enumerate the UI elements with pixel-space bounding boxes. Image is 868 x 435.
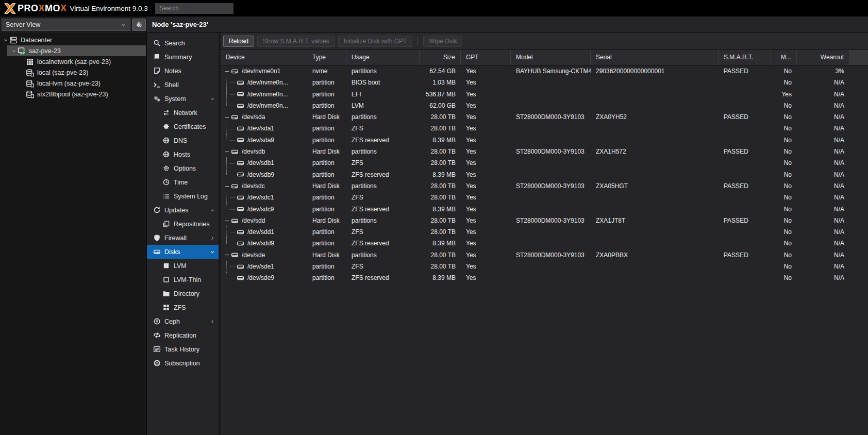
nav-item-time[interactable]: Time — [147, 175, 219, 189]
table-row[interactable]: /dev/sda1partitionZFS28.00 TBYesNoN/A — [221, 123, 868, 134]
table-row[interactable]: /dev/sdc1partitionZFS28.00 TBYesNoN/A — [221, 192, 868, 203]
nav-item-notes[interactable]: Notes — [147, 64, 219, 78]
nav-item-directory[interactable]: Directory — [147, 287, 219, 300]
nav-item-options[interactable]: Options — [147, 161, 219, 175]
nav-item-search[interactable]: Search — [147, 36, 219, 50]
nav-item-repositories[interactable]: Repositories — [147, 217, 219, 231]
cell-size: 536.87 MB — [420, 89, 461, 100]
table-row[interactable]: /dev/nvme0n...partitionBIOS boot1.03 MBY… — [221, 77, 868, 88]
cell-mounted: No — [771, 135, 797, 146]
cell-wearout: N/A — [797, 272, 849, 283]
column-header-wearout[interactable]: Wearout — [797, 50, 849, 65]
column-header-serial[interactable]: Serial — [591, 50, 719, 65]
nav-item-zfs[interactable]: ZFS — [147, 300, 219, 314]
nav-item-system[interactable]: System — [147, 92, 219, 106]
expand-caret-icon[interactable] — [10, 48, 18, 54]
device-name: /dev/sdc — [242, 180, 265, 192]
nav-item-firewall[interactable]: Firewall — [147, 231, 219, 245]
nav-item-system-log[interactable]: System Log — [147, 189, 219, 203]
table-row[interactable]: /dev/sdaHard Diskpartitions28.00 TBYesST… — [221, 111, 868, 123]
table-row[interactable]: /dev/sde9partitionZFS reserved8.39 MBYes… — [221, 272, 868, 283]
initialize-disk-with-gpt-button[interactable]: Initialize Disk with GPT — [338, 36, 413, 47]
nav-item-summary[interactable]: Summary — [147, 50, 219, 64]
collapse-toggle[interactable] — [224, 218, 230, 224]
cell-size: 28.00 TB — [420, 180, 461, 192]
tree-item-saz-pve-23[interactable]: saz-pve-23 — [0, 45, 146, 56]
column-header-gpt[interactable]: GPT — [461, 50, 511, 65]
table-row[interactable]: /dev/sda9partitionZFS reserved8.39 MBYes… — [221, 135, 868, 146]
collapse-toggle[interactable] — [224, 69, 230, 74]
table-row[interactable]: /dev/sddHard Diskpartitions28.00 TBYesST… — [221, 215, 868, 226]
nav-item-dns[interactable]: DNS — [147, 133, 219, 147]
nav-item-ceph[interactable]: Ceph — [147, 314, 219, 328]
nav-item-disks[interactable]: Disks — [147, 245, 219, 259]
nav-item-lvm-thin[interactable]: LVM-Thin — [147, 273, 219, 287]
column-header-smart[interactable]: S.M.A.R.T. — [719, 50, 771, 65]
column-header-type[interactable]: Type — [307, 50, 346, 65]
cell-usage: partitions — [346, 180, 420, 192]
collapse-toggle[interactable] — [224, 183, 230, 189]
cell-usage: EFI — [346, 89, 420, 100]
nav-item-network[interactable]: Network — [147, 106, 219, 120]
global-search-input[interactable] — [155, 3, 233, 14]
nav-item-replication[interactable]: Replication — [147, 328, 219, 342]
table-row[interactable]: /dev/sdb9partitionZFS reserved8.39 MBYes… — [221, 169, 868, 180]
collapse-toggle[interactable] — [224, 252, 230, 258]
device-name: /dev/nvme0n... — [247, 100, 288, 111]
tree-item-local-lvm-saz-pve-23[interactable]: local-lvm (saz-pve-23) — [0, 78, 146, 89]
tree-item-local-saz-pve-23[interactable]: local (saz-pve-23) — [0, 67, 146, 78]
cell-serial — [591, 204, 719, 215]
cell-wearout: N/A — [797, 204, 849, 215]
book-icon — [153, 53, 161, 61]
table-row[interactable]: /dev/sdbHard Diskpartitions28.00 TBYesST… — [221, 146, 868, 157]
nav-item-updates[interactable]: Updates — [147, 203, 219, 217]
tree-item-datacenter[interactable]: Datacenter — [0, 35, 146, 45]
tree-item-localnetwork-saz-pve-23[interactable]: localnetwork (saz-pve-23) — [0, 56, 146, 67]
reload-button[interactable]: Reload — [223, 36, 254, 47]
table-row[interactable]: /dev/sdd9partitionZFS reserved8.39 MBYes… — [221, 238, 868, 249]
table-row[interactable]: /dev/sdcHard Diskpartitions28.00 TBYesST… — [221, 180, 868, 192]
nav-item-subscription[interactable]: Subscription — [147, 356, 219, 370]
column-header-device[interactable]: Device — [221, 50, 307, 65]
nav-item-lvm[interactable]: LVM — [147, 259, 219, 273]
cell-device: /dev/sdb9 — [221, 169, 307, 180]
column-header-usage[interactable]: Usage — [346, 50, 420, 65]
tree-item-stx28tbpool-saz-pve-23[interactable]: stx28tbpool (saz-pve-23) — [0, 89, 146, 99]
tree-toolbar: Server View — [0, 16, 147, 33]
table-row[interactable]: /dev/nvme0n1nvmepartitions62.54 GBYesBAY… — [221, 65, 868, 77]
column-header-mounted[interactable]: M... — [771, 50, 797, 65]
column-header-model[interactable]: Model — [511, 50, 591, 65]
show-s-m-a-r-t-values-button[interactable]: Show S.M.A.R.T. values — [257, 36, 335, 47]
hdd-icon — [231, 148, 239, 156]
nav-item-shell[interactable]: Shell — [147, 78, 219, 92]
tree-guide — [224, 135, 230, 146]
table-row[interactable]: /dev/sdeHard Diskpartitions28.00 TBYesST… — [221, 249, 868, 261]
expand-caret-icon[interactable] — [2, 38, 9, 43]
nav-item-hosts[interactable]: Hosts — [147, 147, 219, 161]
nav-item-certificates[interactable]: Certificates — [147, 120, 219, 133]
table-row[interactable]: /dev/sdd1partitionZFS28.00 TBYesNoN/A — [221, 226, 868, 238]
table-row[interactable]: /dev/nvme0n...partitionEFI536.87 MBYesYe… — [221, 89, 868, 100]
nav-item-label: LVM-Thin — [174, 276, 201, 283]
column-header-size[interactable]: Size — [420, 50, 461, 65]
tree-guide — [224, 192, 230, 203]
nav-item-task-history[interactable]: Task History — [147, 342, 219, 356]
tree-settings-button[interactable] — [132, 19, 146, 31]
collapse-toggle[interactable] — [224, 149, 230, 155]
tree-guide — [224, 100, 230, 111]
shield-icon — [153, 234, 161, 242]
table-row[interactable]: /dev/sde1partitionZFS28.00 TBYesNoN/A — [221, 261, 868, 272]
device-name: /dev/sde — [242, 249, 265, 261]
table-row[interactable]: /dev/sdb1partitionZFS28.00 TBYesNoN/A — [221, 157, 868, 169]
table-row[interactable]: /dev/sdc9partitionZFS reserved8.39 MBYes… — [221, 204, 868, 215]
cell-usage: LVM — [346, 100, 420, 111]
view-selector[interactable]: Server View — [2, 19, 130, 31]
tree-item-label: localnetwork (saz-pve-23) — [37, 58, 111, 65]
device-name: /dev/sdc1 — [247, 192, 274, 203]
collapse-toggle[interactable] — [224, 114, 230, 120]
wipe-disk-button[interactable]: Wipe Disk — [423, 36, 462, 47]
table-row[interactable]: /dev/nvme0n...partitionLVM62.00 GBYesNoN… — [221, 100, 868, 111]
cell-mounted: No — [771, 226, 797, 238]
cell-mounted: No — [771, 157, 797, 169]
tree-elbow — [230, 135, 236, 146]
